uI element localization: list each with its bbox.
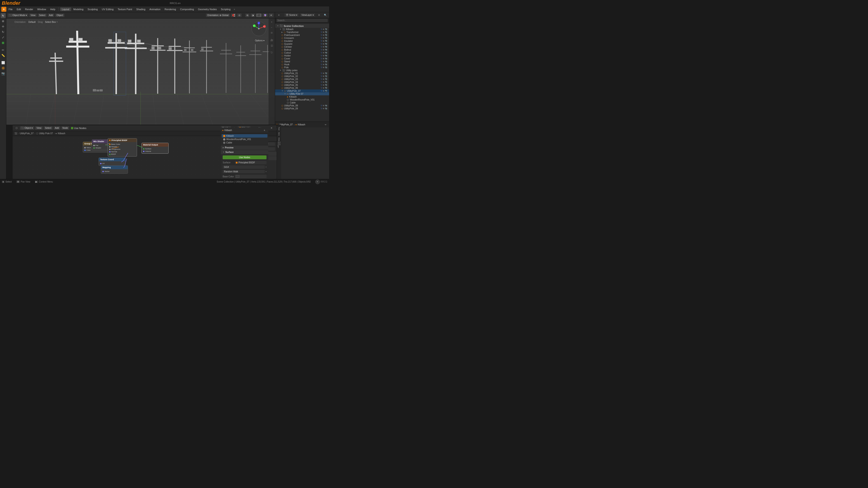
material-kitbash-item[interactable]: Kitbash xyxy=(222,134,268,138)
viewlayer-dropdown[interactable]: ViewLayer ▾ xyxy=(300,13,315,17)
workspace-animation[interactable]: Animation xyxy=(148,7,162,11)
ggx-dropdown[interactable]: GGX xyxy=(223,165,265,169)
outliner-utilitypole08[interactable]: ⬡ UtilityPole_08 ▽ 👁 📷 xyxy=(275,104,329,107)
node-view-btn[interactable]: View xyxy=(35,126,43,130)
props-edit-icon[interactable]: ✏ xyxy=(323,122,328,127)
node-add-btn[interactable]: Add xyxy=(54,126,60,130)
node-principled-bsdf[interactable]: Principled BSDF Base Color Metallic Roug… xyxy=(107,138,137,157)
workspace-shading[interactable]: Shading xyxy=(134,7,147,11)
material-add-btn[interactable]: + xyxy=(262,128,267,133)
solid-shading-btn[interactable]: ⬛ xyxy=(256,13,261,17)
material-preview-btn[interactable]: 🔮 xyxy=(262,13,268,17)
outliner-utilitypole04[interactable]: ⬡ UtilityPole_04 ▽ 👁 📷 xyxy=(275,80,329,84)
outliner-poleguardjoint[interactable]: ⬡ PoleGuardJoint ▽ 👁 📷 xyxy=(275,34,329,37)
outliner-kitbash-mat[interactable]: ● Kitbash xyxy=(275,95,329,98)
view-btn[interactable]: View xyxy=(29,13,37,17)
rendered-shading-btn[interactable]: ☀ xyxy=(269,13,274,17)
workspace-layout[interactable]: Layout xyxy=(60,7,71,11)
outliner-guywire[interactable]: ⬡ Guywire ▽ 👁 📷 xyxy=(275,42,329,45)
outliner-search-icon[interactable]: 🔍 xyxy=(323,13,328,18)
outliner-utilitypole09[interactable]: ⬡ UtilityPole_09 ▽ 👁 📷 xyxy=(275,107,329,110)
select-tool[interactable] xyxy=(1,13,6,18)
select-box-btn[interactable]: Select Box ~ xyxy=(43,20,59,24)
outliner-cover[interactable]: ⬡ Cover ▽ 👁 📷 xyxy=(275,57,329,60)
workspace-compositing[interactable]: Compositing xyxy=(178,7,196,11)
outliner-stand[interactable]: ⬡ Stand ▽ 👁 📷 xyxy=(275,60,329,63)
zoom-out-icon[interactable]: − xyxy=(269,25,274,30)
outliner-boltnut[interactable]: ⬡ Boltnut ▽ 👁 📷 xyxy=(275,48,329,51)
local-view-icon[interactable]: ◫ xyxy=(269,43,274,48)
select-btn[interactable]: Select xyxy=(38,13,47,17)
app-icon[interactable]: B xyxy=(1,7,6,12)
workspace-rendering[interactable]: Rendering xyxy=(163,7,178,11)
overlay-btn[interactable]: ⧉ xyxy=(245,13,250,17)
node-node-btn[interactable]: Node xyxy=(61,126,69,130)
menu-help[interactable]: Help xyxy=(49,7,57,11)
node-item-tab[interactable]: Item xyxy=(277,131,282,136)
outliner-utilitypole06[interactable]: ⬡ UtilityPole_06 ▽ 👁 📷 xyxy=(275,87,329,90)
viewport-options-btn[interactable]: Options ▾ xyxy=(254,39,266,42)
outliner-insulator[interactable]: ⬡ Insulator ▽ 👁 📷 xyxy=(275,39,329,42)
object-btn[interactable]: Object xyxy=(55,13,64,17)
orientation-btn[interactable]: Orientation: ⊕ Global xyxy=(206,13,230,17)
workspace-sculpting[interactable]: Sculpting xyxy=(86,7,99,11)
node-editor-type-icon[interactable]: ⬡ xyxy=(14,126,19,131)
scale-tool[interactable]: ⤢ xyxy=(1,35,6,40)
rotate-tool[interactable]: ↻ xyxy=(1,29,6,34)
outliner-transformer[interactable]: ▶ ⬡ Transformer ▽ 👁 📷 xyxy=(275,31,329,34)
node-texture-coord[interactable]: Texture Coord UV xyxy=(98,158,126,166)
add-light-tool[interactable]: 🔆 xyxy=(1,66,6,70)
surface-value-display[interactable]: Principled BSDF xyxy=(235,161,267,164)
base-color-swatch[interactable] xyxy=(236,175,239,178)
use-nodes-btn[interactable]: Use Nodes xyxy=(223,156,267,159)
viewport-canvas[interactable]: Objects 0 / 92 Vertices 133,591 Edges 34… xyxy=(6,19,275,125)
breadcrumb-utility-pole-07-obj[interactable]: Utility Pole 07 xyxy=(39,132,53,135)
outliner-utility-pole-07-obj[interactable]: ▼ ⬡ Utility Pole 07 xyxy=(275,92,329,95)
outliner-utilitypole07[interactable]: ▼ ⬡ UtilityPole_07 ▽ 👁 📷 xyxy=(275,90,329,92)
outliner-pole[interactable]: ⬡ Pole ▽ 👁 📷 xyxy=(275,66,329,69)
outliner-cable[interactable]: ⬡ Cable xyxy=(275,101,329,104)
xray-btn[interactable]: ◑ xyxy=(250,13,255,17)
outliner-holder[interactable]: ⬡ Holder ▽ 👁 📷 xyxy=(275,54,329,57)
measure-tool[interactable]: 📏 xyxy=(1,53,6,58)
outliner-utilitypole05[interactable]: ⬡ UtilityPole_05 ▽ 👁 📷 xyxy=(275,84,329,87)
node-object-btn[interactable]: ⬛ Object ▾ xyxy=(20,126,34,130)
breadcrumb-kitbash[interactable]: Kitbash xyxy=(58,132,65,135)
workspace-uv-editing[interactable]: UV Editing xyxy=(100,7,115,11)
add-workspace[interactable]: + xyxy=(233,7,236,11)
workspace-texture-paint[interactable]: Texture Paint xyxy=(116,7,134,11)
object-mode-btn[interactable]: ⬛ Object Mode ▾ xyxy=(8,13,28,17)
workspace-geometry-nodes[interactable]: Geometry Nodes xyxy=(196,7,219,11)
base-color-value[interactable] xyxy=(235,175,267,178)
outliner-kitbash-collection[interactable]: ▼ ⬛ Kitbash ▽ 👁 📷 xyxy=(275,28,329,31)
use-nodes-toggle[interactable]: Use Nodes xyxy=(70,127,87,129)
camera-view-icon[interactable]: 🎥 xyxy=(269,37,274,42)
toggle-perspective-icon[interactable]: ⬡ xyxy=(269,50,274,55)
transform-tool[interactable]: ⊞ xyxy=(1,40,6,45)
preview-section[interactable]: ▶ Preview xyxy=(221,145,268,150)
menu-edit[interactable]: Edit xyxy=(15,7,23,11)
node-tool-tab[interactable]: Tool xyxy=(277,126,282,131)
zoom-in-icon[interactable]: + xyxy=(269,20,274,24)
add-camera-tool[interactable]: 📷 xyxy=(1,71,6,76)
scene-dropdown[interactable]: 🎬 Scene ▾ xyxy=(284,13,299,17)
outliner-hook[interactable]: ⬡ Hook ▽ 👁 📷 xyxy=(275,63,329,66)
add-btn[interactable]: Add xyxy=(48,13,55,17)
outliner-search-input[interactable] xyxy=(276,19,328,22)
default-orientation-btn[interactable]: Default xyxy=(27,20,37,24)
random-walk-dropdown[interactable]: Random Walk xyxy=(223,170,265,173)
menu-file[interactable]: File xyxy=(7,7,14,11)
breadcrumb-utilitypole07[interactable]: UtilityPole_07 xyxy=(20,132,33,135)
material-woodenroundpole-item[interactable]: WoodenRoundPole_V01 xyxy=(222,138,268,141)
outliner-filter-icon[interactable]: ⚙ xyxy=(316,13,321,18)
workspace-scripting[interactable]: Scripting xyxy=(219,7,232,11)
menu-render[interactable]: Render xyxy=(23,7,35,11)
proportional-edit[interactable]: ⊙ xyxy=(237,13,242,17)
outliner-woodenroundpole[interactable]: ⬡ WoodenRoundPole_V01 xyxy=(275,98,329,101)
outliner-icon[interactable]: ≡ xyxy=(276,13,281,18)
menu-window[interactable]: Window xyxy=(35,7,48,11)
zoom-fit-icon[interactable]: ⊡ xyxy=(269,30,274,35)
surface-section[interactable]: ▼ Surface xyxy=(221,150,268,155)
outliner-utilitypole03[interactable]: ⬡ UtilityPole_03 ▽ 👁 📷 xyxy=(275,78,329,80)
outliner-utility-poles-collection[interactable]: ▼ ⬛ Utility poles xyxy=(275,69,329,72)
